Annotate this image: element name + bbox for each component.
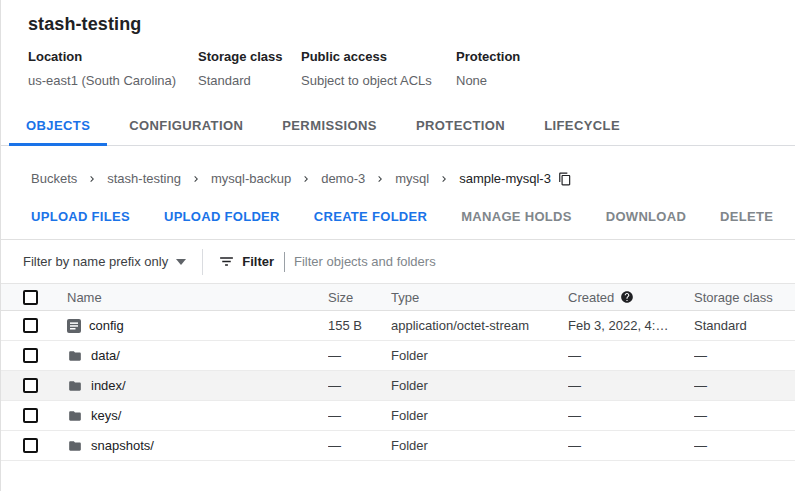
tab-bar: OBJECTS CONFIGURATION PERMISSIONS PROTEC… xyxy=(1,105,795,146)
filter-scope-label: Filter by name prefix only xyxy=(23,254,168,269)
cell-type: Folder xyxy=(391,408,568,423)
chevron-right-icon xyxy=(190,173,202,185)
object-name-link[interactable]: index/ xyxy=(91,378,126,393)
select-all-checkbox[interactable] xyxy=(23,290,38,305)
caret-down-icon xyxy=(176,259,186,265)
filter-list-icon xyxy=(218,253,235,270)
meta-value: Standard xyxy=(198,73,301,88)
cell-storage-class: — xyxy=(694,438,795,453)
table-row: keys/ — Folder — — xyxy=(1,401,795,431)
cell-storage-class: Standard xyxy=(694,318,795,333)
column-header-size: Size xyxy=(328,290,391,305)
breadcrumb-item-bucket[interactable]: stash-testing xyxy=(107,171,181,186)
folder-icon xyxy=(67,439,83,453)
breadcrumb-item-current: sample-mysql-3 xyxy=(459,171,551,186)
meta-location: Location us-east1 (South Carolina) xyxy=(28,49,198,88)
cell-size: — xyxy=(328,438,391,453)
cell-created: Feb 3, 2022, 4:… xyxy=(568,318,694,333)
meta-label: Protection xyxy=(456,49,520,64)
cell-type: Folder xyxy=(391,348,568,363)
row-checkbox[interactable] xyxy=(23,318,38,333)
upload-files-button[interactable]: UPLOAD FILES xyxy=(31,209,130,224)
row-checkbox[interactable] xyxy=(23,408,38,423)
row-checkbox[interactable] xyxy=(23,438,38,453)
breadcrumb: Buckets stash-testing mysql-backup demo-… xyxy=(1,146,795,186)
table-row: data/ — Folder — — xyxy=(1,341,795,371)
chevron-right-icon xyxy=(86,173,98,185)
meta-value: Subject to object ACLs xyxy=(301,73,456,88)
cell-type: application/octet-stream xyxy=(391,318,568,333)
filter-objects-input[interactable] xyxy=(286,250,795,273)
input-divider xyxy=(284,252,285,272)
column-header-created: Created xyxy=(568,290,694,305)
filter-scope-dropdown[interactable]: Filter by name prefix only xyxy=(23,254,186,269)
meta-label: Location xyxy=(28,49,198,64)
breadcrumb-item-mysql-backup[interactable]: mysql-backup xyxy=(211,171,291,186)
download-button: DOWNLOAD xyxy=(606,209,686,224)
cell-size: — xyxy=(328,408,391,423)
copy-path-button[interactable] xyxy=(558,172,572,186)
bucket-details-page: stash-testing Location us-east1 (South C… xyxy=(0,0,795,491)
meta-label: Storage class xyxy=(198,49,301,64)
cell-created: — xyxy=(568,408,694,423)
column-header-storage-class: Storage class xyxy=(694,290,795,305)
manage-holds-button: MANAGE HOLDS xyxy=(461,209,572,224)
column-header-type: Type xyxy=(391,290,568,305)
objects-table: Name Size Type Created Storage class con… xyxy=(1,283,795,461)
cell-type: Folder xyxy=(391,438,568,453)
table-row: config 155 B application/octet-stream Fe… xyxy=(1,311,795,341)
cell-created: — xyxy=(568,438,694,453)
object-name-link[interactable]: data/ xyxy=(91,348,120,363)
cell-size: — xyxy=(328,348,391,363)
tab-configuration[interactable]: CONFIGURATION xyxy=(112,105,260,145)
meta-label: Public access xyxy=(301,49,456,64)
meta-value: us-east1 (South Carolina) xyxy=(28,73,198,88)
tab-permissions[interactable]: PERMISSIONS xyxy=(265,105,394,145)
column-header-name: Name xyxy=(67,290,328,305)
table-row: snapshots/ — Folder — — xyxy=(1,431,795,461)
cell-size: — xyxy=(328,378,391,393)
cell-storage-class: — xyxy=(694,348,795,363)
breadcrumb-item-demo-3[interactable]: demo-3 xyxy=(321,171,365,186)
row-checkbox[interactable] xyxy=(23,348,38,363)
breadcrumb-item-buckets[interactable]: Buckets xyxy=(31,171,77,186)
object-name-link[interactable]: keys/ xyxy=(91,408,121,423)
created-help-button[interactable] xyxy=(620,290,634,304)
object-toolbar: UPLOAD FILES UPLOAD FOLDER CREATE FOLDER… xyxy=(1,186,795,224)
row-checkbox[interactable] xyxy=(23,378,38,393)
object-name-link[interactable]: config xyxy=(89,318,124,333)
filter-bar: Filter by name prefix only Filter xyxy=(1,240,795,283)
table-row: index/ — Folder — — xyxy=(1,371,795,401)
bucket-header: stash-testing Location us-east1 (South C… xyxy=(1,0,795,88)
cell-size: 155 B xyxy=(328,318,391,333)
chevron-right-icon xyxy=(300,173,312,185)
vertical-divider xyxy=(202,249,203,275)
tab-lifecycle[interactable]: LIFECYCLE xyxy=(527,105,637,145)
create-folder-button[interactable]: CREATE FOLDER xyxy=(314,209,427,224)
cell-storage-class: — xyxy=(694,408,795,423)
folder-icon xyxy=(67,379,83,393)
tab-objects[interactable]: OBJECTS xyxy=(9,105,107,145)
content-copy-icon xyxy=(558,172,572,186)
breadcrumb-item-mysql[interactable]: mysql xyxy=(395,171,429,186)
cell-created: — xyxy=(568,348,694,363)
help-icon xyxy=(620,290,634,304)
bucket-meta: Location us-east1 (South Carolina) Stora… xyxy=(28,49,795,88)
delete-button: DELETE xyxy=(720,209,773,224)
chevron-right-icon xyxy=(438,173,450,185)
folder-icon xyxy=(67,349,83,363)
object-name-link[interactable]: snapshots/ xyxy=(91,438,154,453)
meta-value: None xyxy=(456,73,520,88)
cell-type: Folder xyxy=(391,378,568,393)
meta-storage-class: Storage class Standard xyxy=(198,49,301,88)
filter-label: Filter xyxy=(242,254,274,269)
meta-protection: Protection None xyxy=(456,49,520,88)
chevron-right-icon xyxy=(374,173,386,185)
tab-protection[interactable]: PROTECTION xyxy=(399,105,522,145)
page-title: stash-testing xyxy=(28,14,795,35)
meta-public-access: Public access Subject to object ACLs xyxy=(301,49,456,88)
upload-folder-button[interactable]: UPLOAD FOLDER xyxy=(164,209,280,224)
table-header-row: Name Size Type Created Storage class xyxy=(1,283,795,311)
file-icon xyxy=(67,319,81,333)
cell-created: — xyxy=(568,378,694,393)
